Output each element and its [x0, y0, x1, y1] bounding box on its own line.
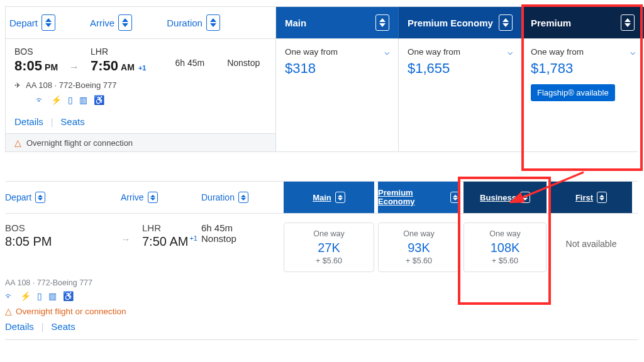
- award-cell-main[interactable]: One way 27K + $5.60: [284, 222, 374, 272]
- flight-meta: ✈ AA 108 · 772-Boeing 777: [14, 80, 267, 90]
- sort-duration[interactable]: Duration: [167, 14, 220, 31]
- seats-link[interactable]: Seats: [60, 116, 84, 127]
- price-main: $318: [285, 60, 389, 77]
- arrive-code: LHR: [142, 222, 197, 233]
- sort-icon: [35, 192, 45, 203]
- seat-icon: ♿: [63, 291, 74, 301]
- points-pe: 93K: [382, 241, 455, 255]
- fare-header-main-label: Main: [285, 18, 306, 28]
- one-way-label: One way: [382, 229, 455, 238]
- fare-header-first[interactable]: First: [550, 182, 632, 213]
- stops-text: Nonstop: [227, 58, 260, 68]
- fare-header-premium-economy[interactable]: Premium Economy: [399, 7, 522, 39]
- sort-icon: [206, 14, 220, 31]
- one-way-from-label: One way from: [408, 47, 460, 57]
- stops-text: Nonstop: [201, 233, 282, 244]
- sort-icon: [238, 192, 248, 203]
- device-icon: ▯: [68, 95, 73, 105]
- fare-header-business[interactable]: Business: [464, 182, 547, 213]
- depart-code: BOS: [5, 222, 121, 233]
- fare-cell-premium-economy[interactable]: One way from⌵ $1,655: [399, 39, 522, 151]
- sort-icon: [450, 192, 460, 203]
- points-main: 27K: [288, 241, 370, 255]
- sort-icon: [520, 192, 530, 203]
- sort-icon: [335, 192, 345, 203]
- wifi-icon: ᯤ: [36, 95, 45, 105]
- sort-duration-label: Duration: [167, 18, 203, 28]
- seat-icon: ♿: [94, 95, 104, 105]
- fare-header-premium[interactable]: Premium: [522, 7, 644, 39]
- arrive-time: 7:50 AM+1: [91, 58, 146, 74]
- overnight-warning: Overnight flight or connection: [26, 138, 133, 148]
- award-cell-first-na: Not available: [548, 239, 634, 249]
- depart-time: 8:05 PM: [14, 58, 58, 74]
- arrow-icon: →: [69, 62, 79, 73]
- details-link[interactable]: Details: [5, 321, 34, 332]
- sort-icon: [597, 192, 607, 203]
- wifi-icon: ᯤ: [5, 291, 14, 301]
- warning-icon: △: [5, 306, 12, 316]
- amenity-icons: ᯤ ⚡ ▯ ▥ ♿: [5, 291, 282, 301]
- tax-business: + $5.60: [468, 256, 542, 265]
- cash-fares-table: Depart Arrive Duration Main Premium Econ…: [5, 6, 638, 152]
- overnight-warning: Overnight flight or connection: [16, 307, 126, 316]
- flagship-badge: Flagship® available: [531, 84, 615, 101]
- sort-depart[interactable]: Depart: [9, 14, 55, 31]
- award-cell-premium-economy[interactable]: One way 93K + $5.60: [378, 222, 460, 272]
- award-fares-table: Depart Arrive Duration Main Premium Econ…: [5, 181, 638, 340]
- fare-header-premium-economy[interactable]: Premium Economy: [378, 182, 460, 213]
- device-icon: ▯: [37, 291, 42, 301]
- tax-main: + $5.60: [288, 256, 370, 265]
- one-way-from-label: One way from: [531, 47, 584, 57]
- sort-icon: [118, 14, 132, 31]
- one-way-label: One way: [468, 229, 542, 238]
- sort-duration[interactable]: Duration: [201, 185, 282, 209]
- award-cell-business[interactable]: One way 108K + $5.60: [464, 222, 547, 272]
- sort-depart[interactable]: Depart: [5, 185, 121, 209]
- arrow-icon: →: [121, 234, 131, 245]
- fare-cell-main[interactable]: One way from⌵ $318: [276, 39, 399, 151]
- arrive-code: LHR: [91, 47, 146, 57]
- chevron-down-icon: ⌵: [508, 47, 513, 57]
- depart-time: 8:05 PM: [5, 234, 121, 249]
- one-way-from-label: One way from: [285, 47, 338, 57]
- details-link[interactable]: Details: [14, 116, 43, 127]
- tax-pe: + $5.60: [382, 256, 455, 265]
- sort-icon: [148, 192, 158, 203]
- fare-header-main[interactable]: Main: [276, 7, 399, 39]
- flight-meta: AA 108 · 772-Boeing 777: [5, 278, 282, 287]
- power-icon: ⚡: [51, 95, 62, 105]
- fare-header-pe-label: Premium Economy: [408, 18, 493, 28]
- fare-cell-premium[interactable]: One way from⌵ $1,783 Flagship® available: [522, 39, 644, 151]
- sort-arrive[interactable]: Arrive: [121, 185, 201, 209]
- warning-icon: △: [14, 138, 21, 148]
- sort-icon: [375, 14, 389, 31]
- arrive-time: 7:50 AM+1: [142, 234, 197, 249]
- amenity-icons: ᯤ ⚡ ▯ ▥ ♿: [36, 95, 267, 105]
- duration-text: 6h 45m: [201, 222, 282, 233]
- one-way-label: One way: [288, 229, 370, 238]
- price-premium: $1,783: [531, 60, 635, 77]
- sort-arrive-label: Arrive: [90, 18, 114, 28]
- entertainment-icon: ▥: [48, 291, 57, 301]
- chevron-down-icon: ⌵: [630, 47, 635, 57]
- sort-icon: [499, 14, 513, 31]
- flight-row: BOS 8:05 PM → LHR 7:50 AM+1 6h 45m Nonst…: [6, 39, 276, 151]
- entertainment-icon: ▥: [79, 95, 87, 105]
- fare-header-main[interactable]: Main: [284, 182, 374, 213]
- sort-arrive[interactable]: Arrive: [90, 14, 132, 31]
- sort-icon: [42, 14, 55, 31]
- seats-link[interactable]: Seats: [51, 321, 75, 332]
- sort-controls-left: Depart Arrive Duration: [6, 7, 276, 39]
- chevron-down-icon: ⌵: [384, 47, 389, 57]
- plane-icon: ✈: [14, 81, 21, 90]
- sort-depart-label: Depart: [9, 18, 38, 28]
- fare-header-premium-label: Premium: [531, 18, 571, 28]
- power-icon: ⚡: [20, 291, 31, 301]
- depart-code: BOS: [14, 47, 58, 57]
- sort-icon: [621, 14, 635, 31]
- price-premium-economy: $1,655: [408, 60, 513, 77]
- points-business: 108K: [468, 241, 542, 255]
- duration-text: 6h 45m: [175, 58, 204, 68]
